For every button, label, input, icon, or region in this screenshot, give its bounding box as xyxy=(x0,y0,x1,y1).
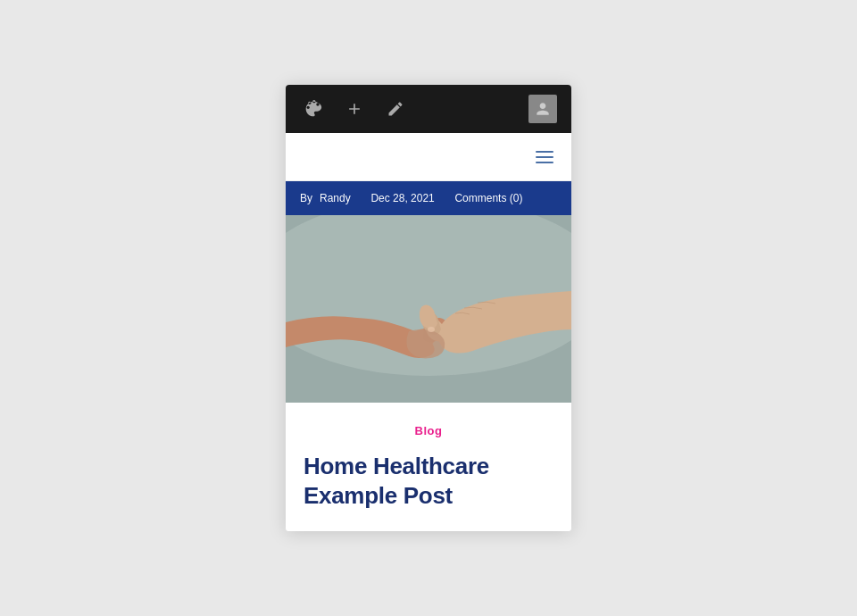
user-avatar-btn[interactable] xyxy=(528,95,557,123)
comments-count[interactable]: Comments (0) xyxy=(454,192,522,204)
post-meta-bar: By Randy Dec 28, 2021 Comments (0) xyxy=(286,181,571,215)
site-header xyxy=(286,133,571,181)
device-frame: By Randy Dec 28, 2021 Comments (0) xyxy=(286,85,571,531)
meta-separator-1 xyxy=(358,192,364,204)
svg-point-2 xyxy=(428,327,435,332)
admin-toolbar xyxy=(286,85,571,133)
author-name[interactable]: Randy xyxy=(320,192,351,204)
post-content: Blog Home Healthcare Example Post xyxy=(286,403,571,531)
post-title: Home Healthcare Example Post xyxy=(304,452,553,510)
post-category[interactable]: Blog xyxy=(304,424,553,437)
hero-image xyxy=(286,215,571,403)
menu-toggle-button[interactable] xyxy=(532,145,557,170)
post-date: Dec 28, 2021 xyxy=(370,192,434,204)
meta-separator-2 xyxy=(442,192,448,204)
author-by-label: By xyxy=(300,192,312,204)
add-icon-btn[interactable] xyxy=(341,96,368,122)
palette-icon-btn[interactable] xyxy=(300,96,327,122)
edit-icon-btn[interactable] xyxy=(382,96,409,122)
